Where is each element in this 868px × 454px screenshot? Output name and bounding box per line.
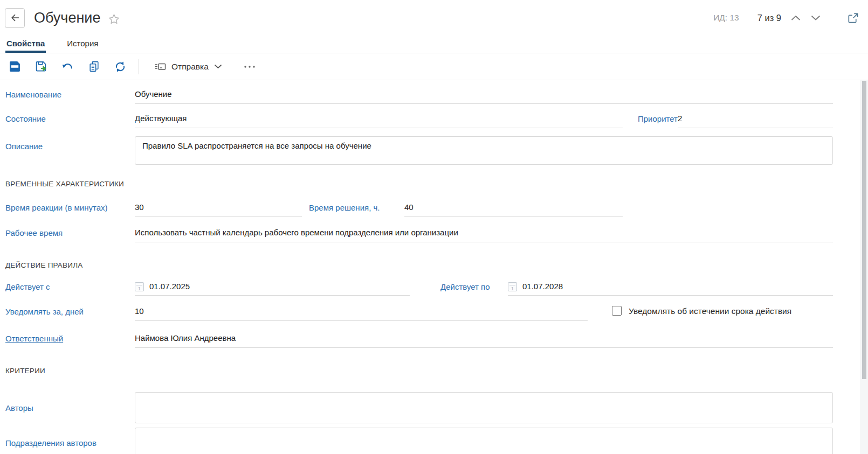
save-and-close-icon [35, 60, 47, 73]
field-row-name: Наименование Обучение [5, 89, 868, 104]
undo-icon [61, 60, 74, 73]
field-row-times: Время реакции (в минутах) 30 Время решен… [5, 202, 868, 217]
copy-icon [88, 60, 100, 73]
page-title: Обучение [34, 10, 100, 26]
chevron-down-icon [810, 14, 821, 22]
undo-button[interactable] [59, 59, 75, 75]
form-content: Наименование Обучение Состояние Действую… [0, 89, 868, 454]
toolbar-divider [139, 59, 139, 74]
chevron-up-icon [790, 14, 801, 22]
section-action-title: ДЕЙСТВИЕ ПРАВИЛА [5, 261, 868, 270]
tab-properties[interactable]: Свойства [5, 33, 46, 53]
open-in-window-button[interactable] [847, 12, 859, 24]
field-row-notify: Уведомлять за, дней 10 Уведомлять об ист… [5, 306, 868, 321]
refresh-icon [114, 60, 127, 73]
name-input[interactable]: Обучение [135, 89, 833, 104]
resolution-time-input[interactable]: 40 [404, 202, 623, 217]
pager-position: 7 из 9 [757, 13, 781, 23]
field-row-author-departments: Подразделения авторов [5, 428, 868, 454]
section-time-title: ВРЕМЕННЫЕ ХАРАКТЕРИСТИКИ [5, 180, 868, 188]
next-record-button[interactable] [810, 14, 821, 22]
notify-days-label: Уведомлять за, дней [5, 306, 135, 317]
field-row-authors: Авторы [5, 392, 868, 423]
section-criteria-title: КРИТЕРИИ [5, 367, 868, 375]
responsible-label-link[interactable]: Ответственный [5, 333, 135, 344]
valid-from-datepicker[interactable]: 01.07.2025 [135, 281, 410, 296]
back-arrow-icon [10, 12, 20, 23]
back-button[interactable] [5, 8, 25, 28]
resolution-time-label: Время решения, ч. [309, 202, 404, 213]
notify-expiry-checkbox[interactable] [612, 306, 622, 316]
description-label: Описание [5, 136, 135, 152]
vertical-scrollbar-track[interactable] [860, 80, 868, 454]
copy-button[interactable] [86, 59, 102, 75]
toolbar: Отправка [0, 53, 868, 80]
valid-from-value[interactable]: 01.07.2025 [149, 281, 190, 292]
reaction-time-input[interactable]: 30 [135, 202, 302, 217]
description-textarea[interactable]: Правило SLA распространяется на все запр… [135, 136, 833, 165]
chevron-down-small-icon [214, 64, 222, 69]
work-time-label: Рабочее время [5, 227, 135, 239]
more-ellipsis-icon [244, 65, 256, 68]
field-row-validity: Действует с 01.07.2025 Действует по 01.0… [5, 281, 868, 296]
state-label: Состояние [5, 113, 135, 124]
open-in-window-icon [847, 12, 859, 24]
more-actions-button[interactable] [240, 62, 259, 72]
author-departments-label: Подразделения авторов [5, 437, 135, 449]
work-time-input[interactable]: Использовать частный календарь рабочего … [135, 227, 833, 242]
valid-to-value[interactable]: 01.07.2028 [522, 281, 563, 292]
save-icon [9, 60, 21, 73]
sla-rule-card: Обучение ИД: 13 7 из 9 [0, 0, 868, 454]
favorite-star-icon[interactable] [108, 13, 120, 25]
reaction-time-label: Время реакции (в минутах) [5, 202, 135, 213]
state-input[interactable]: Действующая [135, 113, 623, 128]
calendar-icon[interactable] [508, 282, 517, 291]
valid-from-label: Действует с [5, 281, 135, 292]
notify-days-input[interactable]: 10 [135, 306, 588, 321]
field-row-state-priority: Состояние Действующая Приоритет 2 [5, 113, 868, 128]
header: Обучение ИД: 13 7 из 9 [0, 0, 868, 30]
send-button[interactable]: Отправка [149, 58, 227, 75]
responsible-input[interactable]: Наймова Юлия Андреевна [135, 333, 833, 348]
form-send-icon [154, 61, 166, 73]
notify-expiry-label: Уведомлять об истечении срока действия [629, 306, 791, 317]
field-row-worktime: Рабочее время Использовать частный кален… [5, 227, 868, 242]
save-and-close-button[interactable] [33, 59, 49, 75]
name-label: Наименование [5, 89, 135, 100]
authors-label: Авторы [5, 402, 135, 414]
record-id: ИД: 13 [713, 13, 739, 23]
notify-expiry-group: Уведомлять об истечении срока действия [612, 306, 791, 317]
refresh-button[interactable] [112, 59, 128, 75]
field-row-description: Описание Правило SLA распространяется на… [5, 136, 868, 165]
author-departments-textarea[interactable] [135, 428, 833, 454]
field-row-responsible: Ответственный Наймова Юлия Андреевна [5, 333, 868, 348]
prev-record-button[interactable] [790, 14, 801, 22]
calendar-icon[interactable] [135, 282, 144, 291]
header-right: ИД: 13 7 из 9 [713, 12, 859, 24]
save-button[interactable] [6, 59, 23, 75]
tab-history[interactable]: История [66, 33, 99, 53]
valid-to-label: Действует по [440, 281, 508, 292]
send-button-label: Отправка [171, 62, 209, 72]
vertical-scrollbar-thumb[interactable] [862, 81, 866, 379]
valid-to-datepicker[interactable]: 01.07.2028 [508, 281, 833, 296]
priority-label: Приоритет [638, 113, 678, 124]
priority-input[interactable]: 2 [678, 113, 833, 128]
authors-textarea[interactable] [135, 392, 833, 423]
tab-bar: Свойства История [0, 33, 868, 53]
